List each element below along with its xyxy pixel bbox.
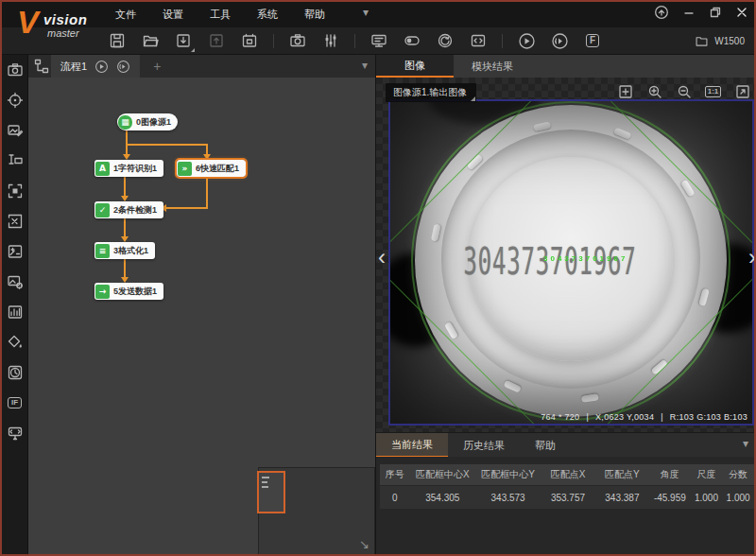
camera-icon[interactable]	[6, 61, 25, 79]
connector-line	[124, 259, 126, 277]
tab-current-result[interactable]: 当前结果	[376, 433, 448, 458]
import-dropdown-corner	[191, 48, 195, 52]
communication-icon[interactable]	[6, 424, 25, 443]
histogram-icon[interactable]	[6, 303, 25, 321]
logo-v-mark: V	[17, 6, 39, 38]
menu-bar: 文件 设置 工具 系统 帮助	[104, 2, 336, 27]
menu-settings[interactable]: 设置	[151, 4, 195, 26]
image-resolution: 764 * 720	[541, 412, 579, 422]
menu-system[interactable]: 系统	[246, 4, 289, 26]
io-toggle-icon[interactable]	[403, 31, 421, 50]
parameter-sliders-icon[interactable]	[321, 31, 340, 50]
flow-header: 流程1 + ▾	[28, 55, 375, 78]
home-icon[interactable]	[654, 5, 669, 20]
node-char-recognition[interactable]: A 1字符识别1	[94, 160, 163, 177]
node-format[interactable]: ≡ 3格式化1	[94, 242, 155, 259]
next-image-chevron[interactable]: ›	[748, 246, 756, 269]
image-status-bar: 764 * 720 | X,0623 Y,0034 | R:103 G:103 …	[541, 412, 747, 422]
project-name: W1500	[714, 36, 745, 46]
pixel-rgb-value: R:103 G:103 B:103	[670, 412, 747, 422]
menu-tools[interactable]: 工具	[198, 4, 242, 26]
run-continuous-icon[interactable]	[550, 31, 569, 50]
right-panel: 图像 模块结果 图像源1.输出图像 1:1 ‹ ›	[375, 55, 756, 556]
col-score: 分数	[722, 464, 754, 485]
global-refresh-icon[interactable]	[436, 31, 455, 50]
menu-help[interactable]: 帮助	[293, 4, 336, 26]
module-sidebar: IF	[2, 55, 28, 556]
table-header-row: 序号 匹配框中心X 匹配框中心Y 匹配点X 匹配点Y 角度 尺度 分数	[380, 464, 754, 485]
fullscreen-icon[interactable]	[734, 83, 750, 99]
connector-line	[166, 207, 208, 209]
toolbar-separator	[354, 34, 355, 48]
flow-minimap-viewport[interactable]	[257, 471, 285, 513]
image-settings-icon[interactable]	[6, 272, 25, 291]
position-correction-icon[interactable]	[6, 212, 25, 231]
flow-run-once-icon[interactable]	[94, 60, 109, 74]
tab-help[interactable]: 帮助	[520, 433, 571, 458]
logo-line1: vision	[43, 11, 87, 27]
close-icon[interactable]	[735, 6, 748, 19]
snapshot-icon[interactable]	[240, 31, 259, 50]
fit-view-icon[interactable]	[617, 83, 633, 99]
crosshair-locate-icon[interactable]	[6, 91, 25, 110]
format-icon: ≡	[95, 244, 110, 258]
format-f-icon[interactable]: F	[583, 31, 602, 50]
node-fast-match[interactable]: » 6快速匹配1	[177, 160, 246, 177]
flow-list-icon[interactable]	[34, 59, 49, 74]
inspection-image[interactable]: 304373701967 304373701967 764 * 720 | X,…	[388, 99, 754, 426]
table-row[interactable]: 0 354.305 343.573 353.757 343.387 -45.95…	[380, 486, 754, 509]
restore-icon[interactable]	[709, 6, 722, 19]
add-flow-button[interactable]: +	[153, 59, 161, 74]
image-edit-icon[interactable]	[6, 121, 25, 140]
minimap-node-mark	[262, 486, 268, 488]
zoom-out-icon[interactable]	[676, 83, 692, 99]
communication-monitor-icon[interactable]	[369, 31, 388, 50]
run-once-icon[interactable]	[517, 31, 536, 50]
tab-history-result[interactable]: 历史结果	[448, 433, 520, 458]
result-collapse-chevron-icon[interactable]: ▾	[743, 437, 748, 450]
minimap-node-mark	[262, 481, 267, 483]
flow-canvas[interactable]: ▦ 0图像源1 A 1字符识别1 » 6快速匹配1 ✓ 2条件检测1 ≡ 3格式…	[28, 78, 375, 556]
one-to-one-icon[interactable]: 1:1	[705, 83, 721, 99]
export-icon[interactable]	[207, 31, 226, 50]
calculator-icon[interactable]	[6, 242, 25, 261]
image-viewer[interactable]: 图像源1.输出图像 1:1 ‹ ›	[376, 78, 756, 432]
image-source-icon: ▦	[118, 115, 132, 130]
col-match-point-y: 匹配点Y	[595, 464, 649, 485]
titlebar-chevron-down-icon[interactable]: ▾	[363, 6, 369, 19]
color-fill-icon[interactable]	[6, 333, 25, 352]
status-separator: |	[661, 412, 663, 422]
fast-match-icon: »	[178, 162, 192, 176]
tab-module-result[interactable]: 模块结果	[454, 55, 531, 78]
open-project-icon[interactable]	[141, 31, 160, 50]
timer-icon[interactable]	[6, 363, 25, 382]
flow-tab-label: 流程1	[60, 60, 87, 74]
connector-line	[124, 177, 126, 196]
minimize-icon[interactable]	[682, 6, 696, 19]
flow-run-loop-icon[interactable]	[116, 60, 130, 74]
node-condition-check[interactable]: ✓ 2条件检测1	[94, 201, 163, 218]
flow-tab[interactable]: 流程1	[51, 55, 140, 78]
flow-collapse-chevron-icon[interactable]: ▾	[362, 59, 368, 72]
col-scale: 尺度	[691, 464, 723, 485]
minimap-resize-icon[interactable]: ↘	[359, 537, 369, 551]
cursor-position: X,0623 Y,0034	[595, 412, 654, 422]
zoom-in-icon[interactable]	[646, 83, 662, 99]
selector-corner-icon	[471, 96, 475, 101]
project-indicator[interactable]: W1500	[695, 27, 745, 55]
measure-icon[interactable]	[6, 151, 25, 170]
node-image-source[interactable]: ▦ 0图像源1	[117, 113, 178, 130]
image-source-selector[interactable]: 图像源1.输出图像	[386, 83, 476, 102]
node-send-data[interactable]: → 5发送数据1	[94, 283, 163, 300]
prev-image-chevron[interactable]: ‹	[378, 246, 386, 269]
camera-manager-icon[interactable]	[288, 31, 307, 50]
char-recognition-icon: A	[95, 162, 110, 176]
tab-image[interactable]: 图像	[376, 55, 454, 78]
minimap-node-mark	[262, 477, 269, 478]
import-icon[interactable]	[174, 31, 193, 50]
col-match-point-x: 匹配点X	[541, 464, 594, 485]
col-match-box-center-y: 匹配框中心Y	[475, 464, 541, 485]
focus-region-icon[interactable]	[6, 182, 25, 200]
code-script-icon[interactable]	[469, 31, 488, 50]
if-condition-icon[interactable]: IF	[6, 393, 25, 412]
